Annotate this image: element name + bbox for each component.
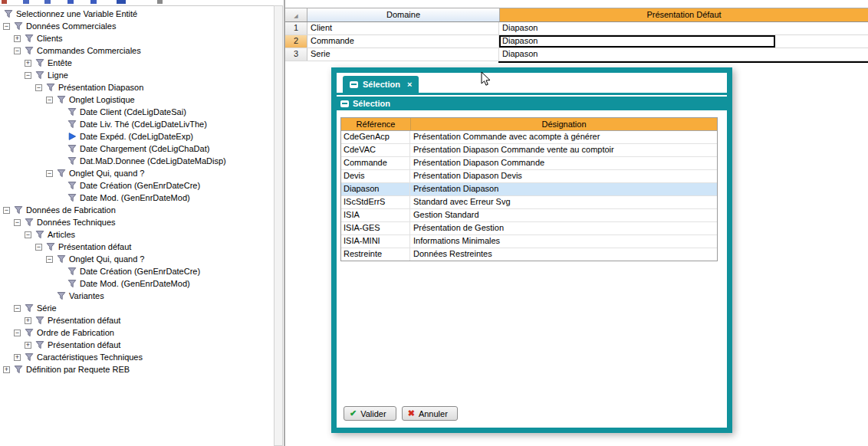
list-item[interactable]: CdeGenAcpPrésentation Commande avec acom… — [341, 131, 717, 144]
plus-expander-icon[interactable]: + — [14, 354, 21, 361]
minus-expander-icon[interactable]: − — [25, 72, 31, 79]
minus-expander-icon[interactable]: − — [14, 48, 21, 54]
tree-item[interactable]: −Données Techniques — [0, 216, 274, 228]
annuler-button[interactable]: ✖ Annuler — [402, 406, 458, 421]
table-row[interactable]: 1ClientDiapason — [285, 22, 868, 35]
list-item[interactable]: CommandePrésentation Diapason Commande — [341, 157, 717, 170]
reference-cell[interactable]: ISIA — [341, 209, 410, 221]
column-header-domaine[interactable]: Domaine — [307, 8, 500, 21]
tree-item[interactable]: −Onglet Qui, quand ? — [0, 253, 274, 265]
list-item[interactable]: RestreinteDonnées Restreintes — [341, 248, 717, 261]
tree-item[interactable]: −Présentation Diapason — [0, 81, 274, 93]
minus-expander-icon[interactable]: − — [25, 231, 31, 238]
presentation-cell-editor[interactable]: Diapason — [499, 35, 775, 48]
reference-cell[interactable]: CdeGenAcp — [341, 131, 410, 143]
list-item[interactable]: IScStdErrSStandard avec Erreur Svg — [341, 196, 717, 209]
presentation-cell[interactable]: Diapason — [499, 22, 868, 34]
minus-expander-icon[interactable]: − — [3, 207, 10, 214]
tree-item[interactable]: Variantes — [0, 290, 274, 302]
reference-cell[interactable]: ISIA-GES — [341, 222, 410, 234]
reference-cell[interactable]: Devis — [341, 170, 410, 182]
list-item[interactable]: ISIA-MINIInformations Minimales — [341, 235, 717, 248]
tree-item[interactable]: Date Création (GenEnrDateCre) — [0, 179, 274, 192]
tree-item[interactable]: −Ordre de Fabrication — [0, 326, 274, 339]
minus-expander-icon[interactable]: − — [14, 330, 21, 336]
designation-cell[interactable]: Données Restreintes — [410, 248, 717, 261]
designation-cell[interactable]: Présentation Commande avec acompte à gén… — [410, 131, 717, 143]
row-number-cell[interactable]: 3 — [285, 48, 307, 61]
plus-expander-icon[interactable]: + — [25, 342, 31, 349]
minus-expander-icon[interactable]: − — [46, 97, 53, 103]
column-header-designation[interactable]: Désignation — [411, 118, 717, 130]
tree-item[interactable]: +Définition par Requete REB — [0, 363, 274, 375]
domaine-cell[interactable]: Serie — [307, 48, 499, 61]
designation-cell[interactable]: Gestion Standard — [410, 209, 717, 221]
tree-item[interactable]: −Commandes Commerciales — [0, 44, 274, 57]
column-header-reference[interactable]: Référence — [341, 118, 411, 130]
tree-item[interactable]: Date Mod. (GenEnrDateMod) — [0, 277, 274, 290]
designation-cell[interactable]: Informations Minimales — [410, 235, 717, 248]
minus-expander-icon[interactable]: − — [3, 23, 10, 30]
designation-cell[interactable]: Standard avec Erreur Svg — [410, 196, 717, 208]
reference-cell[interactable]: CdeVAC — [341, 144, 410, 156]
tree-item[interactable]: Date Expéd. (CdeLigDateExp) — [0, 130, 274, 143]
tree-item[interactable]: Date Liv. Thé (CdeLigDateLivThe) — [0, 118, 274, 130]
tab-selection[interactable]: Sélection × — [343, 76, 419, 93]
tree-item[interactable]: +Caractéristiques Techniques — [0, 351, 274, 363]
tree-scrollbar[interactable] — [274, 5, 283, 446]
designation-cell[interactable]: Présentation Diapason Devis — [410, 170, 717, 182]
tree-item[interactable]: Date Mod. (GenEnrDateMod) — [0, 192, 274, 204]
table-row[interactable]: 2CommandeDiapason — [285, 35, 868, 48]
tree-item[interactable]: −Présentation défaut — [0, 241, 274, 253]
reference-cell[interactable]: Restreinte — [341, 248, 410, 261]
designation-cell[interactable]: Présentation Diapason — [410, 183, 717, 195]
close-icon[interactable]: × — [407, 80, 412, 89]
list-item[interactable]: CdeVACPrésentation Diapason Commande ven… — [341, 144, 717, 157]
reference-cell[interactable]: ISIA-MINI — [341, 235, 410, 248]
tree-item[interactable]: Date Création (GenEnrDateCre) — [0, 265, 274, 277]
column-header-presentation[interactable]: Présentation Défaut — [500, 8, 868, 21]
tree-item[interactable]: −Articles — [0, 228, 274, 241]
tree-item[interactable]: −Ligne — [0, 69, 274, 81]
tree-item[interactable]: Dat.MaD.Donnee (CdeLigDateMaDisp) — [0, 155, 274, 167]
row-number-cell[interactable]: 1 — [285, 22, 307, 34]
table-row[interactable]: 3SerieDiapason — [285, 48, 868, 61]
tree-item[interactable]: +Clients — [0, 32, 274, 44]
panel-divider[interactable] — [284, 0, 285, 446]
plus-expander-icon[interactable]: + — [25, 60, 31, 67]
minus-expander-icon[interactable]: − — [46, 256, 53, 263]
tree-item[interactable]: Date Chargement (CdeLigChaDat) — [0, 143, 274, 155]
list-item[interactable]: ISIAGestion Standard — [341, 209, 717, 222]
tree-item[interactable]: +Entête — [0, 57, 274, 69]
tree-item[interactable]: +Présentation défaut — [0, 339, 274, 351]
grid-corner-cell[interactable]: ◢ — [285, 8, 307, 21]
plus-expander-icon[interactable]: + — [3, 366, 10, 373]
presentation-cell[interactable]: Diapason — [499, 48, 868, 61]
minus-expander-icon[interactable]: − — [14, 305, 21, 312]
tree-item[interactable]: −Onglet Logistique — [0, 93, 274, 106]
list-item[interactable]: DiapasonPrésentation Diapason — [341, 183, 717, 196]
list-item[interactable]: ISIA-GESPrésentation de Gestion — [341, 222, 717, 235]
domaine-cell[interactable]: Client — [307, 22, 499, 34]
list-item[interactable]: DevisPrésentation Diapason Devis — [341, 170, 717, 183]
minus-expander-icon[interactable]: − — [35, 244, 42, 251]
minus-expander-icon[interactable]: − — [14, 219, 21, 226]
reference-cell[interactable]: Commande — [341, 157, 410, 169]
valider-button[interactable]: ✔ Valider — [344, 406, 396, 421]
tree-item[interactable]: Selectionnez une Variable Entité — [0, 8, 274, 20]
domaine-cell[interactable]: Commande — [307, 35, 499, 48]
plus-expander-icon[interactable]: + — [25, 317, 31, 324]
tree-item[interactable]: +Présentation défaut — [0, 314, 274, 326]
designation-cell[interactable]: Présentation Diapason Commande vente au … — [410, 144, 717, 156]
row-number-cell[interactable]: 2 — [285, 35, 307, 48]
tree-item[interactable]: −Onglet Qui, quand ? — [0, 167, 274, 179]
plus-expander-icon[interactable]: + — [14, 35, 21, 42]
reference-cell[interactable]: Diapason — [341, 183, 410, 195]
tree-item[interactable]: Date Client (CdeLigDateSai) — [0, 106, 274, 118]
designation-cell[interactable]: Présentation de Gestion — [410, 222, 717, 234]
minus-expander-icon[interactable]: − — [46, 170, 53, 177]
tree-item[interactable]: −Données de Fabrication — [0, 204, 274, 216]
tree-item[interactable]: −Données Commerciales — [0, 20, 274, 32]
minus-expander-icon[interactable]: − — [35, 84, 42, 91]
designation-cell[interactable]: Présentation Diapason Commande — [410, 157, 717, 169]
